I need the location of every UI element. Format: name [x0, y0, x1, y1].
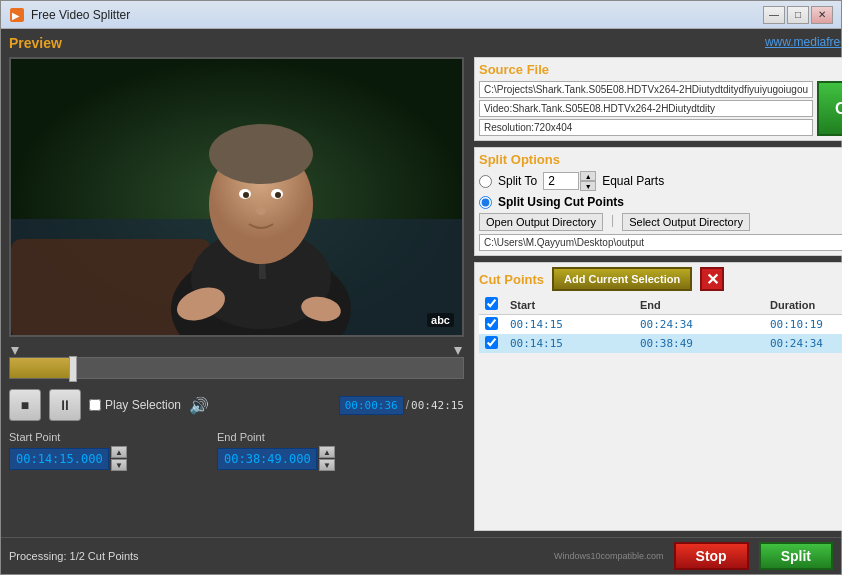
- seek-area: [9, 341, 464, 381]
- source-file-title: Source File: [479, 62, 842, 77]
- main-content: Preview: [1, 29, 841, 537]
- add-selection-button[interactable]: Add Current Selection: [552, 267, 692, 291]
- end-point-down[interactable]: ▼: [319, 459, 335, 471]
- start-point-down[interactable]: ▼: [111, 459, 127, 471]
- col-end: End: [634, 295, 764, 315]
- split-to-spinbox: ▲ ▼: [543, 171, 596, 191]
- stop-button[interactable]: ■: [9, 389, 41, 421]
- seek-bar[interactable]: [9, 357, 464, 379]
- time-current: 00:00:36: [339, 396, 404, 415]
- table-row: 00:14:15 00:24:34 00:10:19: [479, 315, 842, 335]
- left-panel: Preview: [9, 35, 464, 531]
- maximize-button[interactable]: □: [787, 6, 809, 24]
- seek-handle[interactable]: [69, 356, 77, 382]
- delete-button[interactable]: ✕: [700, 267, 724, 291]
- pause-button[interactable]: ⏸: [49, 389, 81, 421]
- website-area: www.mediafreeware.com: [474, 35, 842, 51]
- controls-row: ■ ⏸ Play Selection 🔊 00:00:36 / 00:42:15: [9, 385, 464, 425]
- seek-filled: [10, 358, 73, 378]
- end-point-label: End Point: [217, 431, 335, 443]
- split-options-title: Split Options: [479, 152, 842, 167]
- watermark: Windows10compatible.com: [554, 551, 664, 561]
- video-frame: abc: [11, 59, 462, 335]
- start-point-input[interactable]: [9, 448, 109, 470]
- end-point-arrows: ▲ ▼: [319, 446, 335, 471]
- cut-points-body: 00:14:15 00:24:34 00:10:19 00:14:15 00:3…: [479, 315, 842, 354]
- equal-parts-label: Equal Parts: [602, 174, 664, 188]
- split-to-up[interactable]: ▲: [580, 171, 596, 181]
- row-checkbox[interactable]: [485, 317, 498, 330]
- row-checkbox[interactable]: [485, 336, 498, 349]
- end-point-input[interactable]: [217, 448, 317, 470]
- volume-icon[interactable]: 🔊: [189, 396, 209, 415]
- select-output-dir-button[interactable]: Select Output Directory: [622, 213, 750, 231]
- source-file-section: Source File C:\Projects\Shark.Tank.S05E0…: [474, 57, 842, 141]
- preview-label: Preview: [9, 35, 464, 51]
- row-end: 00:24:34: [634, 315, 764, 335]
- cut-points-section: Cut Points Add Current Selection ✕ Start…: [474, 262, 842, 531]
- col-start: Start: [504, 295, 634, 315]
- split-to-label: Split To: [498, 174, 537, 188]
- seek-right-marker: [454, 347, 462, 355]
- end-point-group: End Point ▲ ▼: [217, 431, 335, 471]
- source-path-row: C:\Projects\Shark.Tank.S05E08.HDTVx264-2…: [479, 81, 842, 136]
- time-total: 00:42:15: [411, 399, 464, 412]
- source-resolution: Resolution:720x404: [479, 119, 813, 136]
- video-area: abc: [9, 57, 464, 337]
- svg-point-13: [275, 192, 281, 198]
- col-check: [479, 295, 504, 315]
- website-link[interactable]: www.mediafreeware.com: [765, 35, 842, 49]
- svg-point-14: [256, 207, 266, 215]
- open-output-dir-button[interactable]: Open Output Directory: [479, 213, 603, 231]
- right-panel: www.mediafreeware.com Source File C:\Pro…: [474, 35, 842, 531]
- row-start: 00:14:15: [504, 334, 634, 353]
- window-title: Free Video Splitter: [31, 8, 763, 22]
- output-path-input[interactable]: [479, 234, 842, 251]
- split-to-down[interactable]: ▼: [580, 181, 596, 191]
- start-point-group: Start Point ▲ ▼: [9, 431, 127, 471]
- split-to-row: Split To ▲ ▼ Equal Parts: [479, 171, 842, 191]
- svg-point-9: [209, 124, 313, 184]
- table-row: 00:14:15 00:38:49 00:24:34: [479, 334, 842, 353]
- split-button[interactable]: Split: [759, 542, 833, 570]
- bottom-bar: Processing: 1/2 Cut Points Windows10comp…: [1, 537, 841, 574]
- svg-point-12: [243, 192, 249, 198]
- end-point-input-row: ▲ ▼: [217, 446, 335, 471]
- close-button[interactable]: ✕: [811, 6, 833, 24]
- cut-table-header: Start End Duration: [479, 295, 842, 315]
- output-divider: |: [611, 213, 614, 231]
- row-duration: 00:10:19: [764, 315, 842, 335]
- cut-table-header-row: Start End Duration: [479, 295, 842, 315]
- source-video-info: Video:Shark.Tank.S05E08.HDTVx264-2HDiuty…: [479, 100, 813, 117]
- cut-points-table: Start End Duration 00:14:15 00:24:34 00:…: [479, 295, 842, 353]
- select-all-checkbox[interactable]: [485, 297, 498, 310]
- row-start: 00:14:15: [504, 315, 634, 335]
- start-point-up[interactable]: ▲: [111, 446, 127, 458]
- points-row: Start Point ▲ ▼ End Point ▲: [9, 429, 464, 471]
- start-point-input-row: ▲ ▼: [9, 446, 127, 471]
- app-icon: ▶: [9, 7, 25, 23]
- output-dir-row: Open Output Directory | Select Output Di…: [479, 213, 842, 231]
- row-checkbox-cell: [479, 334, 504, 353]
- cut-points-header: Cut Points Add Current Selection ✕: [479, 267, 842, 291]
- source-path: C:\Projects\Shark.Tank.S05E08.HDTVx264-2…: [479, 81, 813, 98]
- split-using-label: Split Using Cut Points: [498, 195, 624, 209]
- play-selection-label: Play Selection: [105, 398, 181, 412]
- end-point-up[interactable]: ▲: [319, 446, 335, 458]
- col-duration: Duration: [764, 295, 842, 315]
- start-point-arrows: ▲ ▼: [111, 446, 127, 471]
- minimize-button[interactable]: —: [763, 6, 785, 24]
- source-info-box: C:\Projects\Shark.Tank.S05E08.HDTVx264-2…: [479, 81, 813, 136]
- time-display: 00:00:36 / 00:42:15: [339, 396, 464, 415]
- svg-text:▶: ▶: [12, 11, 20, 21]
- stop-button[interactable]: Stop: [674, 542, 749, 570]
- split-to-radio[interactable]: [479, 175, 492, 188]
- open-button[interactable]: Open: [817, 81, 842, 136]
- split-to-spinner: ▲ ▼: [580, 171, 596, 191]
- time-separator: /: [406, 398, 409, 412]
- play-selection-checkbox[interactable]: [89, 399, 101, 411]
- abc-logo: abc: [427, 313, 454, 327]
- start-point-label: Start Point: [9, 431, 127, 443]
- split-using-radio[interactable]: [479, 196, 492, 209]
- split-to-input[interactable]: [543, 172, 579, 190]
